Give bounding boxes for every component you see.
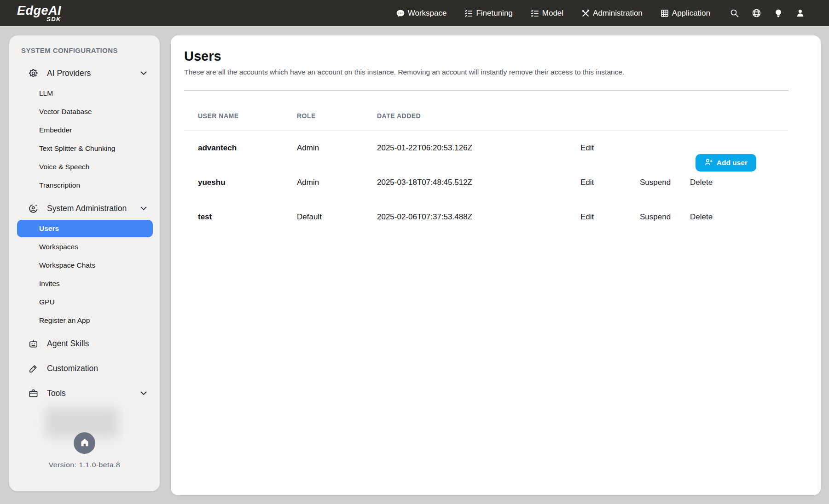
cell-username: advantech [198,143,297,153]
edit-action-button[interactable]: Edit [580,212,594,222]
sidebar-item-label: Workspaces [39,243,78,251]
nav-finetuning[interactable]: Finetuning [464,9,512,18]
pencil-icon [28,363,39,374]
table-row: testDefault2025-02-06T07:37:53.488ZEditS… [184,200,788,234]
sidebar-item-label: AI Providers [47,69,91,78]
sidebar-item-label: Register an App [39,316,90,325]
column-header-date-added: DATE ADDED [377,112,580,120]
globe-button[interactable] [752,8,761,18]
add-user-icon [704,158,713,168]
sidebar-nav-list: SYSTEM CONFIGURATIONSAI ProvidersLLMVect… [9,35,160,441]
tips-button[interactable] [774,9,783,18]
search-button[interactable] [730,8,739,18]
edit-action-button[interactable]: Edit [580,143,594,153]
briefcase-icon [28,388,39,399]
sidebar-item-gpu[interactable]: GPU [21,293,149,311]
sidebar-item-label: Tools [47,389,66,398]
nav-label: Application [672,9,710,18]
sidebar-item-workspaces[interactable]: Workspaces [21,238,149,256]
topbar: EdgeAI SDK WorkspaceFinetuningModelAdmin… [0,0,829,26]
add-user-label: Add user [717,159,748,167]
sidebar-item-llm[interactable]: LLM [21,84,149,103]
user-settings-icon [28,203,39,214]
column-header-user-name: USER NAME [198,112,297,120]
suspend-action-button[interactable]: Suspend [640,212,671,222]
cell-username: test [198,212,297,222]
cell-role: Admin [297,178,377,187]
sidebar-item-label: Invites [39,280,60,288]
finetuning-icon [464,9,473,18]
sidebar-item-label: Customization [47,364,98,373]
main-panel: Users These are all the accounts which h… [171,35,821,495]
add-user-button[interactable]: Add user [696,154,756,172]
app-logo-line2: SDK [46,16,61,22]
delete-action-button[interactable]: Delete [690,178,713,187]
table-body: advantechAdmin2025-01-22T06:20:53.126ZEd… [184,131,788,234]
page-title: Users [184,48,788,64]
sidebar-item-voice-speech[interactable]: Voice & Speech [21,158,149,176]
robot-icon [28,338,39,349]
nav-label: Administration [593,9,643,18]
sidebar-item-tools[interactable]: Tools [21,382,149,404]
sidebar: SYSTEM CONFIGURATIONSAI ProvidersLLMVect… [9,35,160,491]
edit-action-button[interactable]: Edit [580,178,594,187]
sidebar-item-register-an-app[interactable]: Register an App [21,311,149,330]
gear-icon [28,68,39,79]
sidebar-item-vector-database[interactable]: Vector Database [21,103,149,121]
sidebar-footer: Version: 1.1.0-beta.8 [9,404,160,491]
sidebar-item-users[interactable]: Users [17,220,153,237]
nav-label: Workspace [408,9,447,18]
application-icon [660,9,669,18]
delete-action-button[interactable]: Delete [690,212,713,222]
sidebar-item-invites[interactable]: Invites [21,275,149,293]
sidebar-item-label: Embedder [39,126,72,134]
cell-date-added: 2025-01-22T06:20:53.126Z [377,143,580,153]
sidebar-item-label: System Administration [47,204,127,213]
sidebar-item-label: LLM [39,89,53,97]
model-icon [530,9,539,18]
sidebar-item-label: Vector Database [39,108,92,116]
sidebar-item-embedder[interactable]: Embedder [21,121,149,139]
home-icon [80,437,90,449]
sidebar-item-label: Voice & Speech [39,163,89,171]
nav-label: Finetuning [476,9,512,18]
top-navigation: WorkspaceFinetuningModelAdministrationAp… [396,9,710,18]
sidebar-item-customization[interactable]: Customization [21,357,149,379]
cell-date-added: 2025-02-06T07:37:53.488Z [377,212,580,222]
nav-workspace[interactable]: Workspace [396,9,447,18]
workspace-icon [396,9,405,18]
sidebar-item-workspace-chats[interactable]: Workspace Chats [21,256,149,275]
sidebar-item-ai-providers[interactable]: AI Providers [21,62,149,84]
account-button[interactable] [795,8,805,18]
home-button[interactable] [74,432,95,454]
sidebar-item-agent-skills[interactable]: Agent Skills [21,332,149,355]
sidebar-item-transcription[interactable]: Transcription [21,176,149,195]
version-label: Version: 1.1.0-beta.8 [9,461,160,469]
chevron-down-icon [139,68,149,78]
account-icon [795,8,805,18]
top-icon-buttons [730,8,805,18]
cell-username: yueshu [198,178,297,187]
sidebar-item-label: Text Splitter & Chunking [39,144,115,153]
sidebar-section-title: SYSTEM CONFIGURATIONS [21,45,149,56]
chevron-down-icon [139,203,149,213]
sidebar-item-system-administration[interactable]: System Administration [21,197,149,219]
suspend-action-button[interactable]: Suspend [640,178,671,187]
cell-date-added: 2025-03-18T07:48:45.512Z [377,178,580,187]
nav-administration[interactable]: Administration [581,9,643,18]
column-header-role: ROLE [297,112,377,120]
search-icon [730,8,739,18]
table-header-row: USER NAMEROLEDATE ADDED [184,91,788,131]
cell-role: Default [297,212,377,222]
sidebar-item-text-splitter-chunking[interactable]: Text Splitter & Chunking [21,139,149,158]
sidebar-item-label: Agent Skills [47,339,89,349]
globe-icon [752,8,761,18]
nav-application[interactable]: Application [660,9,710,18]
sidebar-item-label: GPU [39,298,55,306]
chevron-down-icon [139,388,149,398]
users-table: Add user USER NAMEROLEDATE ADDED advante… [184,90,788,234]
administration-icon [581,9,590,18]
app-logo[interactable]: EdgeAI SDK [17,5,61,22]
nav-model[interactable]: Model [530,9,563,18]
app-logo-line1: EdgeAI [17,5,61,17]
